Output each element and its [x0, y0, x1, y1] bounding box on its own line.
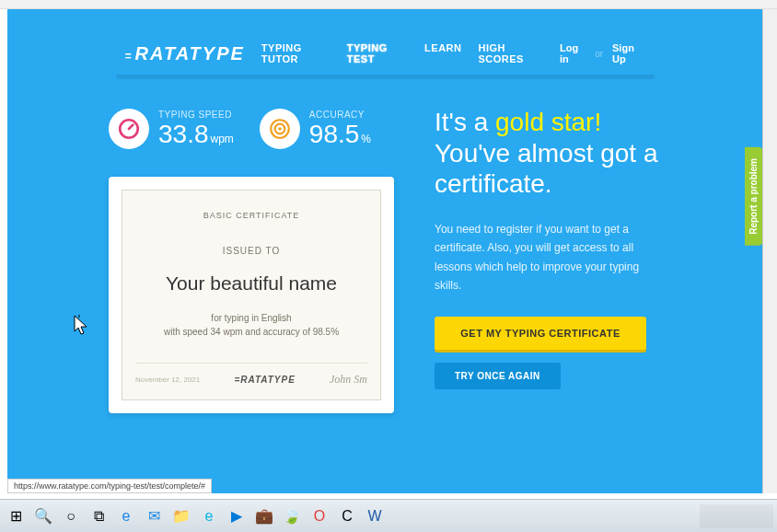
nav-learn[interactable]: LEARN — [424, 42, 461, 64]
content-area: TYPING SPEED 33.8wpm ACCURACY 98.5% — [7, 75, 762, 413]
auth-separator: or — [595, 49, 603, 59]
accuracy-value: 98.5% — [309, 120, 371, 149]
svg-point-4 — [278, 127, 281, 130]
stats-row: TYPING SPEED 33.8wpm ACCURACY 98.5% — [109, 109, 394, 149]
login-link[interactable]: Log in — [560, 42, 586, 64]
certificate-footer: November 12, 2021 =RATATYPE John Sm — [135, 363, 367, 387]
certificate-date: November 12, 2021 — [135, 376, 200, 384]
certificate-signature: John Sm — [330, 373, 367, 387]
certificate-line2: with speed 34 wpm and accuracy of 98.5% — [135, 327, 367, 337]
search-icon[interactable]: 🔍 — [31, 504, 55, 528]
logo-prefix-icon: = — [125, 50, 133, 63]
ie-icon[interactable]: e — [114, 504, 138, 528]
stat-accuracy: ACCURACY 98.5% — [260, 109, 371, 149]
mascot-star-icon — [390, 265, 427, 311]
svg-marker-5 — [390, 267, 427, 306]
try-again-button[interactable]: TRY ONCE AGAIN — [435, 363, 561, 389]
windows-taskbar: ⊞ 🔍 ○ ⧉ e ✉ 📁 e ▶ 💼 🍃 O C W — [0, 499, 777, 532]
certificate-inner: BASIC CERTIFICATE ISSUED TO Your beautif… — [122, 190, 381, 400]
accuracy-label: ACCURACY — [309, 110, 371, 120]
browser-address-bar — [0, 0, 777, 9]
get-certificate-button[interactable]: GET MY TYPING CERTIFICATE — [435, 317, 646, 350]
auth-links: Log in or Sign Up — [560, 42, 645, 64]
left-column: TYPING SPEED 33.8wpm ACCURACY 98.5% — [109, 109, 394, 413]
certificate-logo: =RATATYPE — [234, 375, 296, 385]
vertical-scrollbar[interactable] — [762, 9, 777, 493]
feedback-tab[interactable]: Report a problem — [745, 147, 762, 246]
cortana-icon[interactable]: ○ — [59, 504, 83, 528]
nav-typing-tutor[interactable]: TYPING TUTOR — [261, 42, 331, 64]
svg-line-1 — [129, 125, 133, 129]
accuracy-unit: % — [361, 133, 371, 145]
start-menu-icon[interactable]: ⊞ — [4, 504, 28, 528]
certificate-title: BASIC CERTIFICATE — [135, 211, 367, 220]
svg-point-6 — [401, 283, 405, 287]
media-player-icon[interactable]: ▶ — [225, 504, 249, 528]
system-tray[interactable] — [700, 504, 773, 528]
svg-point-7 — [412, 283, 416, 287]
speed-unit: wpm — [211, 133, 234, 145]
speed-value: 33.8wpm — [158, 120, 234, 149]
target-icon — [260, 109, 300, 149]
speed-label: TYPING SPEED — [158, 110, 234, 120]
certificate-card: BASIC CERTIFICATE ISSUED TO Your beautif… — [109, 177, 394, 413]
task-view-icon[interactable]: ⧉ — [87, 504, 110, 528]
browser-status-url: https://www.ratatype.com/typing-test/tes… — [7, 479, 212, 493]
headline-emphasis: gold star! — [495, 108, 601, 136]
signup-link[interactable]: Sign Up — [612, 42, 644, 64]
nav-high-scores[interactable]: HIGH SCORES — [478, 42, 542, 64]
app-icon-1[interactable]: 🍃 — [280, 504, 304, 528]
site-header: =RATATYPE TYPING TUTOR TYPING TEST LEARN… — [116, 31, 655, 75]
mail-icon[interactable]: ✉ — [142, 504, 166, 528]
primary-nav: TYPING TUTOR TYPING TEST LEARN HIGH SCOR… — [261, 42, 543, 64]
explorer-icon[interactable]: 📁 — [169, 504, 193, 528]
page-viewport: =RATATYPE TYPING TUTOR TYPING TEST LEARN… — [7, 9, 762, 493]
logo-text: RATATYPE — [135, 43, 245, 64]
nav-typing-test[interactable]: TYPING TEST — [347, 42, 408, 64]
site-logo[interactable]: =RATATYPE — [125, 43, 245, 64]
chrome-icon[interactable]: C — [335, 504, 359, 528]
promo-subtext: You need to register if you want to get … — [435, 220, 661, 295]
store-icon[interactable]: 💼 — [252, 504, 276, 528]
office-icon[interactable]: O — [307, 504, 331, 528]
word-icon[interactable]: W — [363, 504, 387, 528]
edge-icon[interactable]: e — [197, 504, 221, 528]
certificate-name: Your beautiful name — [135, 272, 367, 295]
certificate-line1: for typing in English — [135, 313, 367, 323]
right-column: It's a gold star! You've almost got a ce… — [435, 109, 661, 413]
certificate-issued-label: ISSUED TO — [135, 246, 367, 256]
stat-speed: TYPING SPEED 33.8wpm — [109, 109, 234, 149]
headline: It's a gold star! You've almost got a ce… — [435, 107, 661, 200]
speedometer-icon — [109, 109, 149, 149]
